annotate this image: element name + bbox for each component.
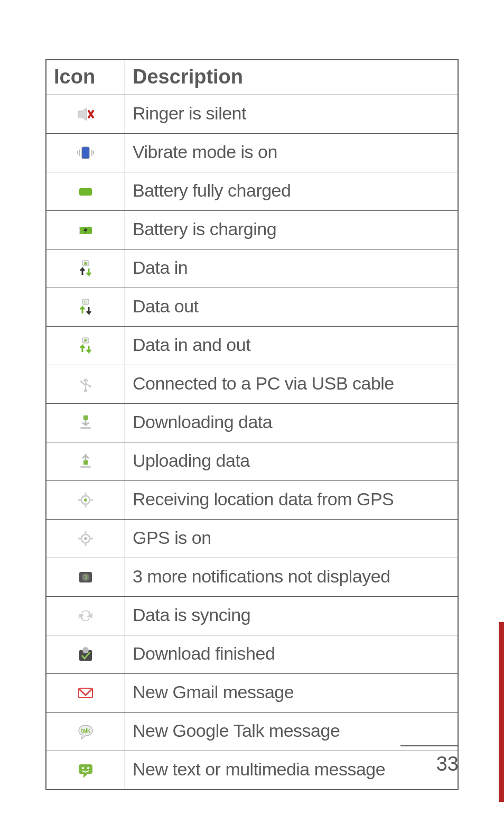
table-row: Downloading data (46, 404, 458, 442)
document-page: Icon Description Ringer is silent (0, 0, 504, 823)
table-row: GPS is on (46, 520, 458, 558)
svg-point-30 (87, 767, 89, 769)
table-row: New text or multimedia message (46, 751, 458, 790)
header-icon: Icon (46, 60, 125, 95)
row-desc: Downloading data (125, 404, 459, 442)
svg-point-29 (82, 767, 84, 769)
row-desc: Vibrate mode is on (125, 134, 459, 172)
svg-text:E: E (84, 300, 87, 304)
table-row: Receiving location data from GPS (46, 481, 458, 520)
data-out-icon: E (76, 302, 95, 311)
battery-charging-icon (76, 225, 95, 234)
ringer-silent-icon (76, 109, 95, 118)
row-desc: Battery is charging (125, 211, 459, 249)
header-description: Description (125, 60, 459, 95)
row-desc: Connected to a PC via USB cable (125, 365, 459, 404)
table-row: E Data in and out (46, 327, 458, 365)
table-row: New Gmail message (46, 674, 458, 713)
download-finished-icon (76, 649, 95, 658)
gtalk-icon: talk (76, 726, 95, 735)
sync-icon (76, 611, 95, 619)
svg-point-10 (80, 381, 82, 383)
mms-icon (76, 765, 95, 774)
row-desc: Uploading data (125, 442, 459, 481)
table-row: Data is syncing (46, 597, 458, 635)
row-desc: Receiving location data from GPS (125, 481, 459, 520)
row-desc: Ringer is silent (125, 95, 459, 134)
page-edge-accent (499, 622, 504, 802)
svg-text:E: E (84, 338, 87, 343)
more-notifications-icon: 3 (76, 572, 95, 581)
svg-point-17 (84, 498, 87, 502)
table-row: Connected to a PC via USB cable (46, 365, 458, 404)
svg-rect-12 (83, 415, 88, 420)
svg-point-24 (82, 647, 89, 653)
table-row: Uploading data (46, 442, 458, 481)
vibrate-icon (76, 147, 95, 156)
svg-text:talk: talk (81, 728, 90, 734)
table-row: E Data out (46, 288, 458, 327)
page-number: 33 (400, 745, 459, 775)
usb-icon (76, 379, 95, 388)
table-row: Battery is charging (46, 211, 458, 249)
gps-on-icon (76, 533, 95, 542)
row-desc: New Gmail message (125, 674, 459, 713)
table-row: Download finished (46, 635, 458, 674)
table-header-row: Icon Description (46, 60, 458, 95)
svg-text:3: 3 (84, 575, 87, 580)
svg-rect-13 (80, 427, 91, 429)
svg-text:E: E (84, 261, 87, 266)
svg-rect-14 (83, 460, 88, 465)
svg-rect-0 (82, 147, 89, 159)
svg-rect-15 (80, 466, 91, 468)
svg-point-19 (84, 537, 87, 540)
data-in-out-icon: E (76, 340, 95, 349)
icon-description-table: Icon Description Ringer is silent (45, 59, 459, 790)
table-row: 3 3 more notifications not displayed (46, 558, 458, 597)
row-desc: Download finished (125, 635, 459, 674)
battery-full-icon (76, 186, 95, 195)
row-desc: 3 more notifications not displayed (125, 558, 459, 597)
svg-rect-1 (79, 188, 92, 196)
table-row: E Data in (46, 249, 458, 288)
download-icon (76, 418, 95, 427)
row-desc: Data out (125, 288, 459, 327)
row-desc: Battery fully charged (125, 172, 459, 211)
row-desc: Data is syncing (125, 597, 459, 635)
table-row: talk New Google Talk message (46, 713, 458, 751)
gmail-icon (76, 688, 95, 697)
table-row: Ringer is silent (46, 95, 458, 134)
row-desc: Data in and out (125, 327, 459, 365)
row-desc: GPS is on (125, 520, 459, 558)
gps-receiving-icon (76, 495, 95, 504)
table-row: Vibrate mode is on (46, 134, 458, 172)
data-in-icon: E (76, 263, 95, 272)
svg-rect-11 (89, 385, 91, 387)
row-desc: Data in (125, 249, 459, 288)
upload-icon (76, 456, 95, 465)
table-row: Battery fully charged (46, 172, 458, 211)
